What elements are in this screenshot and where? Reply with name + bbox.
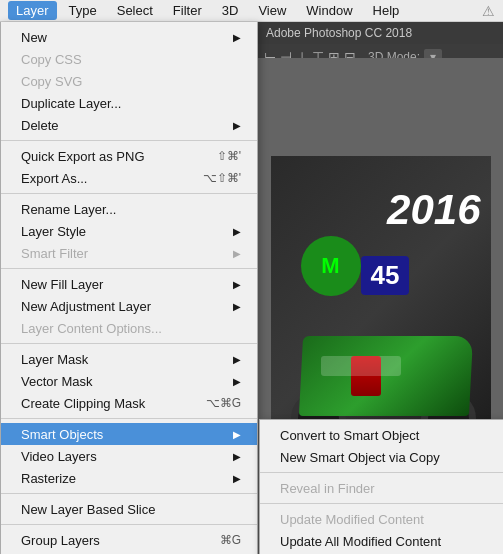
- separator-7: [1, 524, 257, 525]
- menu-item-video-layers[interactable]: Video Layers ▶: [1, 445, 257, 467]
- menu-item-new-layer-slice[interactable]: New Layer Based Slice: [1, 498, 257, 520]
- menubar: Layer Type Select Filter 3D View Window …: [0, 0, 503, 22]
- menubar-item-type[interactable]: Type: [61, 1, 105, 20]
- menu-item-layer-mask[interactable]: Layer Mask ▶: [1, 348, 257, 370]
- separator-4: [1, 343, 257, 344]
- menu-item-vector-mask[interactable]: Vector Mask ▶: [1, 370, 257, 392]
- menubar-item-help[interactable]: Help: [365, 1, 408, 20]
- menu-item-export-as[interactable]: Export As... ⌥⇧⌘': [1, 167, 257, 189]
- separator-3: [1, 268, 257, 269]
- submenu-item-reveal: Reveal in Finder: [260, 477, 503, 499]
- smart-objects-submenu: Convert to Smart Object New Smart Object…: [259, 419, 503, 554]
- number-text: 45: [371, 260, 400, 290]
- submenu-arrow-rasterize: ▶: [233, 473, 241, 484]
- menubar-item-filter[interactable]: Filter: [165, 1, 210, 20]
- menu-item-layer-style[interactable]: Layer Style ▶: [1, 220, 257, 242]
- menu-item-layer-content-options: Layer Content Options...: [1, 317, 257, 339]
- menubar-item-select[interactable]: Select: [109, 1, 161, 20]
- submenu-arrow-smart-objects: ▶: [233, 429, 241, 440]
- menu-item-new[interactable]: New ▶: [1, 26, 257, 48]
- submenu-arrow-video: ▶: [233, 451, 241, 462]
- submenu-arrow-layer-style: ▶: [233, 226, 241, 237]
- canvas-image: 2016 M 45: [271, 156, 491, 456]
- menubar-item-window[interactable]: Window: [298, 1, 360, 20]
- warning-icon: ⚠: [482, 3, 495, 19]
- menu-item-rasterize[interactable]: Rasterize ▶: [1, 467, 257, 489]
- layer-menu: New ▶ Copy CSS Copy SVG Duplicate Layer.…: [0, 22, 258, 554]
- menu-item-new-fill-layer[interactable]: New Fill Layer ▶: [1, 273, 257, 295]
- logo-accent: [321, 356, 401, 376]
- menu-item-quick-export[interactable]: Quick Export as PNG ⇧⌘': [1, 145, 257, 167]
- submenu-arrow: ▶: [233, 32, 241, 43]
- separator-1: [1, 140, 257, 141]
- submenu-item-update-all-modified[interactable]: Update All Modified Content: [260, 530, 503, 552]
- submenu-arrow-delete: ▶: [233, 120, 241, 131]
- separator-5: [1, 418, 257, 419]
- menubar-item-layer[interactable]: Layer: [8, 1, 57, 20]
- menu-item-duplicate-layer[interactable]: Duplicate Layer...: [1, 92, 257, 114]
- submenu-item-convert[interactable]: Convert to Smart Object: [260, 424, 503, 446]
- submenu-arrow-mask: ▶: [233, 354, 241, 365]
- menubar-item-view[interactable]: View: [250, 1, 294, 20]
- logo-m: M: [321, 253, 339, 279]
- menu-item-clipping-mask[interactable]: Create Clipping Mask ⌥⌘G: [1, 392, 257, 414]
- number-plate: 45: [361, 256, 410, 295]
- menu-item-delete[interactable]: Delete ▶: [1, 114, 257, 136]
- menu-item-new-adjustment-layer[interactable]: New Adjustment Layer ▶: [1, 295, 257, 317]
- separator-2: [1, 193, 257, 194]
- menubar-item-3d[interactable]: 3D: [214, 1, 247, 20]
- menu-item-copy-svg: Copy SVG: [1, 70, 257, 92]
- submenu-item-update-modified: Update Modified Content: [260, 508, 503, 530]
- bike-body: [298, 336, 472, 416]
- menu-item-copy-css: Copy CSS: [1, 48, 257, 70]
- canvas-year: 2016: [387, 186, 480, 234]
- separator-6: [1, 493, 257, 494]
- submenu-arrow-fill: ▶: [233, 279, 241, 290]
- submenu-arrow-vector: ▶: [233, 376, 241, 387]
- app-title-bar: Adobe Photoshop CC 2018: [258, 22, 503, 44]
- submenu-arrow-adjustment: ▶: [233, 301, 241, 312]
- submenu-arrow-smart-filter: ▶: [233, 248, 241, 259]
- menu-item-group-layers[interactable]: Group Layers ⌘G: [1, 529, 257, 551]
- menu-item-rename-layer[interactable]: Rename Layer...: [1, 198, 257, 220]
- menu-item-smart-objects[interactable]: Smart Objects ▶ Convert to Smart Object …: [1, 423, 257, 445]
- logo-circle: M: [301, 236, 361, 296]
- submenu-separator-2: [260, 503, 503, 504]
- submenu-item-new-copy[interactable]: New Smart Object via Copy: [260, 446, 503, 468]
- app-title: Adobe Photoshop CC 2018: [266, 26, 412, 40]
- menu-item-smart-filter: Smart Filter ▶: [1, 242, 257, 264]
- submenu-separator-1: [260, 472, 503, 473]
